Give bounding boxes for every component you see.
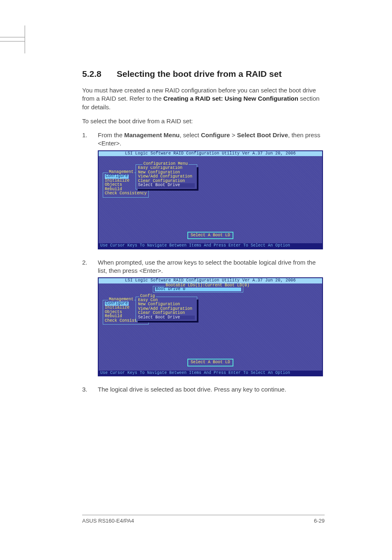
configuration-menu-box: Configuration Menu Easy Configuration Ne…: [136, 164, 197, 189]
step-body: The logical drive is selected as boot dr…: [98, 385, 325, 394]
bootable-lds-box: Bootable LDs(1):Current Boot LD(0) Boot …: [153, 286, 243, 293]
bootable-lds-title: Bootable LDs(1):Current Boot LD(0): [165, 283, 250, 288]
bios-title-bar: LSI Logic Software RAID Configuration Ut…: [99, 151, 322, 157]
mgmt-item-configure[interactable]: Configure: [105, 174, 129, 179]
management-menu-title: Management: [108, 170, 134, 175]
configuration-menu-box: Config Easy Con New Configuration View/A…: [136, 297, 197, 322]
step-3: 3. The logical drive is selected as boot…: [82, 385, 325, 394]
boot-drive-0-item[interactable]: Boot Drive 0: [155, 287, 241, 292]
cfg-item-view-add[interactable]: View/Add Configuration: [138, 175, 195, 179]
cfg-item-new[interactable]: New Configuration: [138, 302, 195, 307]
cfg-item-easy[interactable]: Easy Configuration: [138, 166, 195, 171]
step-body: From the Management Menu, select Configu…: [98, 131, 325, 148]
configuration-menu-title-short: Config: [139, 294, 156, 299]
step-number: 1.: [82, 131, 98, 148]
bios-body: Management Configure Initialize Objects …: [99, 283, 322, 371]
bios-title-bar: LSI Logic Software RAID Configuration Ut…: [99, 278, 322, 283]
page-footer: ASUS RS160-E4/PA4 6-29: [82, 515, 325, 524]
management-menu-title: Management: [108, 297, 134, 302]
footer-right: 6-29: [314, 518, 325, 524]
page-content: 5.2.8Selecting the boot drive from a RAI…: [82, 69, 325, 396]
select-boot-ld-box: Select A Boot LD: [187, 232, 233, 240]
cfg-item-select-boot-drive[interactable]: Select Boot Drive: [138, 316, 195, 320]
footer-left: ASUS RS160-E4/PA4: [82, 518, 134, 524]
intro-paragraph-2: To select the boot drive from a RAID set…: [82, 117, 325, 125]
cfg-item-clear[interactable]: Clear Configuration: [138, 311, 195, 316]
intro-paragraph-1: You must have created a new RAID configu…: [82, 86, 325, 111]
select-boot-ld-box: Select A Boot LD: [187, 359, 233, 366]
step-number: 3.: [82, 385, 98, 394]
cfg-item-select-boot-drive[interactable]: Select Boot Drive: [138, 183, 195, 188]
configuration-menu-title: Configuration Menu: [143, 162, 189, 166]
bios-footer-hint: Use Cursor Keys To Navigate Between Item…: [99, 243, 322, 249]
section-heading: 5.2.8Selecting the boot drive from a RAI…: [82, 69, 325, 79]
step-body: When prompted, use the arrow keys to sel…: [98, 258, 325, 275]
step-1: 1. From the Management Menu, select Conf…: [82, 131, 325, 148]
bios-footer-hint: Use Cursor Keys To Navigate Between Item…: [99, 371, 322, 376]
bios-screenshot-1: LSI Logic Software RAID Configuration Ut…: [98, 150, 325, 249]
section-number: 5.2.8: [82, 69, 117, 79]
section-title: Selecting the boot drive from a RAID set: [117, 69, 281, 78]
step-number: 2.: [82, 258, 98, 275]
bios-body: Management Configure Initialize Objects …: [99, 156, 322, 243]
step-2: 2. When prompted, use the arrow keys to …: [82, 258, 325, 275]
mgmt-item-check-consistency[interactable]: Check Consistency: [105, 191, 147, 196]
bios-screenshot-2: LSI Logic Software RAID Configuration Ut…: [98, 277, 325, 376]
